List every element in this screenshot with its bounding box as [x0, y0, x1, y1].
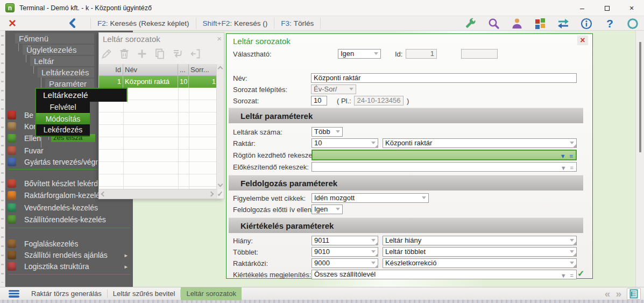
column-header-id[interactable]: Id — [99, 64, 123, 75]
raktar-name-combo[interactable]: Központi raktár — [383, 138, 577, 148]
id-label: Id: — [395, 50, 402, 58]
back-icon[interactable] — [67, 17, 79, 29]
menu-tree-leltar[interactable]: Leltár — [30, 56, 94, 66]
app-logo-icon: n — [5, 3, 15, 12]
toolbar: × F2: Keresés (Rekesz képlet) Shift+F2: … — [0, 16, 644, 31]
add-plus-icon[interactable] — [136, 47, 148, 60]
hiany-code-combo[interactable]: 9011 — [312, 236, 378, 245]
column-header-nev[interactable]: Név — [123, 64, 178, 75]
scroll-down-icon[interactable] — [218, 182, 223, 187]
list-confirm-check-icon[interactable]: ✓ — [217, 189, 223, 198]
export-row-icon[interactable] — [189, 47, 202, 60]
form-close-icon[interactable]: × — [577, 36, 588, 45]
menu-hamburger-icon[interactable] — [9, 290, 19, 298]
maximize-button[interactable] — [595, 0, 619, 16]
raktar-code-combo[interactable]: 10 — [312, 138, 378, 148]
submenu-item-felvetel[interactable]: Felvétel — [36, 102, 90, 113]
modules-grid-icon[interactable] — [533, 17, 547, 31]
section-leltar-parameterek: Leltár paraméterek — [229, 108, 583, 123]
combo-grip-icon[interactable] — [572, 144, 576, 148]
transfer-arrows-icon[interactable] — [556, 17, 570, 31]
menu-item-fuvar[interactable]: Fuvar — [24, 146, 44, 156]
menu-item-vevorendeles[interactable]: Vevőrendelés-kezelés — [24, 203, 98, 213]
menu-item-logisztika-struktura[interactable]: Logisztika struktúra — [24, 262, 89, 272]
tab-leltar-sorozatok[interactable]: Leltár sorozatok — [181, 287, 242, 300]
document-list-button[interactable] — [627, 288, 641, 300]
scroll-right-icon[interactable] — [209, 192, 214, 197]
copy-icon[interactable] — [153, 47, 166, 60]
selected-table-row[interactable]: 1 Központi raktá 10 1 — [99, 76, 217, 88]
combo-grip-icon[interactable] — [572, 264, 576, 268]
dropdown-arrow-icon — [336, 130, 340, 133]
import-rows-icon[interactable] — [171, 47, 184, 60]
valaszthato-dropdown[interactable]: Igen — [338, 49, 381, 59]
menu-item-gyartas[interactable]: Gyártás tervezés/végr — [24, 157, 98, 167]
sorozat-input[interactable]: 10 — [311, 96, 327, 105]
hiany-name-combo[interactable]: Leltár hiány — [383, 236, 577, 245]
search-icon[interactable] — [487, 17, 501, 31]
combo-grip-icon[interactable] — [572, 242, 576, 245]
menu-item-raktarforgalom[interactable]: Raktárforgalom-kezelé — [24, 191, 100, 201]
delete-trash-icon[interactable] — [118, 47, 131, 60]
nev-input[interactable]: Központi raktár — [311, 73, 577, 83]
list-vertical-scrollbar[interactable] — [216, 64, 224, 189]
submenu-item-lekerdezes[interactable]: Lekérdezés — [36, 124, 90, 136]
main-vertical-scrollbar[interactable] — [635, 31, 644, 287]
abort-icon[interactable]: × — [5, 17, 19, 29]
status-ring-icon[interactable] — [626, 17, 640, 31]
menu-separator — [9, 228, 130, 228]
edit-pencil-icon[interactable] — [100, 47, 113, 60]
f3-delete-button[interactable]: F3: Törlés — [274, 16, 320, 30]
close-window-button[interactable]: × — [619, 0, 644, 16]
page-first-icon[interactable]: « — [605, 288, 611, 300]
help-icon[interactable]: ? — [603, 17, 617, 31]
minimize-button[interactable]: – — [570, 0, 595, 16]
tab-raktar-torzs-generalas[interactable]: Raktár törzs generálás — [26, 287, 107, 300]
list-panel-title: Leltár sorozatok — [103, 34, 160, 44]
page-last-icon[interactable]: » — [615, 288, 621, 300]
menu-item-foglalaskezeles[interactable]: Foglaláskezelés — [24, 239, 78, 249]
list-close-icon[interactable]: × — [217, 34, 222, 43]
sorozat-felepites-dropdown[interactable]: Év-Sor/ — [311, 84, 356, 94]
tobblet-name-combo[interactable]: Leltár többlet — [383, 247, 577, 257]
menu-item-bovitett-keszlet[interactable]: Bővített készlet lekérd — [24, 179, 98, 189]
dropdown-arrow-icon — [422, 196, 426, 199]
section-feldolgozas-parameterek: Feldolgozás paraméterek — [229, 175, 583, 191]
info-icon[interactable] — [579, 17, 593, 31]
scroll-left-icon[interactable] — [101, 192, 107, 197]
raktarkozi-code-combo[interactable]: 9000 — [312, 258, 378, 268]
figyelembe-vett-dropdown[interactable]: Idén mozgott — [312, 193, 429, 203]
elokeszitendo-combo[interactable]: ▼ = — [312, 162, 577, 172]
menu-item-icon — [8, 262, 16, 271]
rogton-kezdheto-combo[interactable]: ▼ = — [312, 150, 577, 160]
f2-search-button[interactable]: F2: Keresés (Rekesz képlet) — [91, 16, 196, 30]
scrollbar-thumb[interactable] — [639, 42, 641, 152]
scroll-up-icon[interactable] — [218, 66, 223, 72]
feldolgozas-elotti-dropdown[interactable]: Igen — [312, 205, 343, 214]
list-horizontal-scrollbar[interactable] — [99, 189, 217, 199]
menu-item-szallitorendeles[interactable]: Szállítórendelés-kezelés — [24, 215, 106, 225]
combo-grip-icon[interactable] — [374, 242, 378, 245]
menu-item-szallitoi-rendeles-ajanlas[interactable]: Szállítói rendelés ajánlás — [24, 250, 108, 260]
leltarak-szama-label: Leltárak száma: — [233, 128, 282, 136]
kiertekeles-megjelenites-combo[interactable]: Összes szállítólevél▼ = — [312, 270, 577, 279]
tobblet-code-combo[interactable]: 9010 — [312, 247, 378, 257]
column-header-sorr[interactable]: Sorr... — [189, 64, 217, 75]
tab-leltar-szures-bevitel[interactable]: Leltár szűrés bevitel — [108, 287, 181, 300]
column-header-dots[interactable]: ... — [178, 64, 189, 75]
combo-grip-icon[interactable] — [572, 253, 576, 257]
combo-grip-icon[interactable] — [374, 264, 378, 268]
leltarak-szama-dropdown[interactable]: Több — [312, 127, 343, 137]
menu-item-occluded-1[interactable]: Be — [24, 110, 33, 121]
menu-tree-leltarkezeles[interactable]: Leltárkezelés — [38, 67, 94, 77]
submenu-item-modositas[interactable]: Módosítás — [36, 113, 90, 124]
shift-f2-search-button[interactable]: Shift+F2: Keresés () — [196, 16, 274, 30]
user-icon[interactable] — [510, 17, 524, 31]
raktarkozi-name-combo[interactable]: Készletkorrekció — [383, 258, 577, 268]
menu-tree-ugyletkezeles[interactable]: Ügyletkezelés — [23, 45, 94, 55]
menu-tree-fomenu[interactable]: Főmenü — [15, 33, 94, 44]
document-list-icon — [629, 289, 638, 299]
tools-wrench-icon[interactable] — [464, 17, 478, 31]
combo-grip-icon[interactable] — [374, 144, 378, 148]
combo-grip-icon[interactable] — [374, 253, 378, 257]
